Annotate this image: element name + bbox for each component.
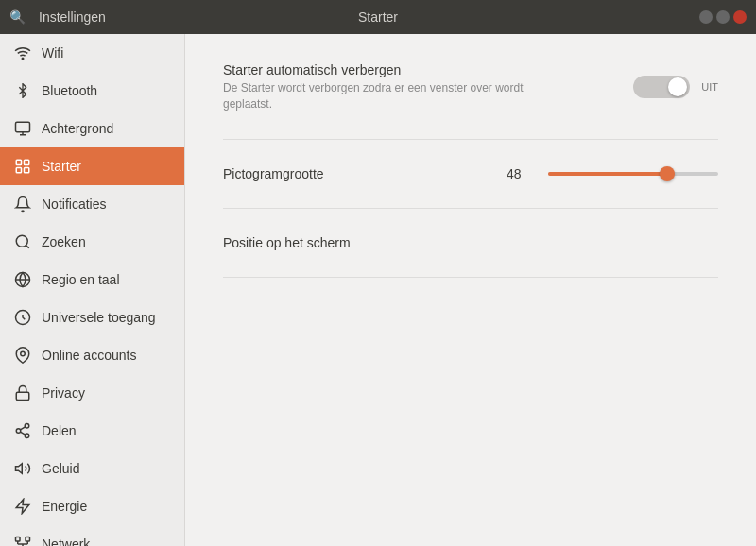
toggle-knob xyxy=(668,77,687,96)
sidebar-item-regio-label: Regio en taal xyxy=(42,272,171,287)
sidebar-item-accounts-label: Online accounts xyxy=(42,348,171,363)
sidebar-item-geluid-label: Geluid xyxy=(42,461,171,476)
sidebar-item-achtergrond-label: Achtergrond xyxy=(42,121,171,136)
icon-size-label: Pictogramgrootte xyxy=(223,166,507,181)
window-controls xyxy=(699,10,747,24)
sidebar-item-regio[interactable]: Regio en taal xyxy=(0,261,184,299)
svg-line-18 xyxy=(20,432,25,435)
auto-hide-control: UIT xyxy=(633,76,718,98)
svg-rect-14 xyxy=(16,392,29,400)
minimize-button[interactable] xyxy=(699,10,713,24)
auto-hide-label-group: Starter automatisch verbergen De Starter… xyxy=(223,62,633,112)
position-row: Positie op het scherm xyxy=(223,235,718,278)
achtergrond-icon xyxy=(13,119,32,138)
position-label: Positie op het scherm xyxy=(223,235,718,250)
sidebar-item-notificaties[interactable]: Notificaties xyxy=(0,185,184,223)
toggle-off-label: UIT xyxy=(701,81,718,93)
icon-size-control: 48 xyxy=(507,166,718,181)
sidebar-item-energie-label: Energie xyxy=(42,499,171,514)
svg-rect-21 xyxy=(16,537,21,542)
icon-size-row: Pictogramgrootte 48 xyxy=(223,166,718,209)
sidebar-item-toegang[interactable]: Universele toegang xyxy=(0,299,184,336)
svg-rect-22 xyxy=(26,537,30,542)
titlebar-left: 🔍 Instellingen xyxy=(9,9,106,25)
svg-rect-7 xyxy=(25,168,29,173)
titlebar: 🔍 Instellingen Starter xyxy=(0,0,756,34)
main-layout: Wifi Bluetooth Achtergrond xyxy=(0,34,756,546)
sidebar-item-zoeken-label: Zoeken xyxy=(42,234,171,249)
icon-size-value: 48 xyxy=(507,166,535,181)
close-button[interactable] xyxy=(733,10,747,24)
sidebar-item-toegang-label: Universele toegang xyxy=(42,310,171,325)
content-area: Starter automatisch verbergen De Starter… xyxy=(185,34,756,546)
sidebar-item-starter-label: Starter xyxy=(42,159,171,174)
sidebar-item-wifi-label: Wifi xyxy=(42,45,171,60)
delen-icon xyxy=(13,421,32,440)
sidebar-item-achtergrond[interactable]: Achtergrond xyxy=(0,110,184,147)
svg-marker-20 xyxy=(16,464,23,474)
sidebar-item-bluetooth-label: Bluetooth xyxy=(42,83,171,98)
svg-rect-5 xyxy=(25,160,29,164)
maximize-button[interactable] xyxy=(716,10,730,24)
slider-thumb[interactable] xyxy=(660,166,675,181)
svg-point-15 xyxy=(25,424,29,429)
wifi-icon xyxy=(13,43,32,62)
energie-icon xyxy=(13,497,32,516)
sidebar-item-energie[interactable]: Energie xyxy=(0,487,184,525)
sidebar-item-wifi[interactable]: Wifi xyxy=(0,34,184,72)
geluid-icon xyxy=(13,459,32,478)
window-title: Starter xyxy=(358,9,398,25)
slider-fill xyxy=(548,172,667,176)
bluetooth-icon xyxy=(13,81,32,100)
svg-rect-6 xyxy=(16,168,21,173)
svg-line-9 xyxy=(26,245,28,247)
regio-icon xyxy=(13,270,32,289)
sidebar-item-starter[interactable]: Starter xyxy=(0,147,184,185)
toegang-icon xyxy=(13,308,32,327)
sidebar-item-bluetooth[interactable]: Bluetooth xyxy=(0,72,184,110)
auto-hide-desc: De Starter wordt verborgen zodra er een … xyxy=(223,80,573,112)
accounts-icon xyxy=(13,346,32,365)
icon-size-label-group: Pictogramgrootte xyxy=(223,166,507,181)
svg-point-8 xyxy=(16,235,27,247)
svg-point-0 xyxy=(22,58,24,60)
sidebar-item-notificaties-label: Notificaties xyxy=(42,196,171,212)
svg-rect-1 xyxy=(16,122,30,132)
sidebar-item-zoeken[interactable]: Zoeken xyxy=(0,223,184,261)
netwerk-icon xyxy=(13,535,32,546)
svg-point-17 xyxy=(25,434,29,438)
svg-line-19 xyxy=(20,427,25,430)
sidebar-item-geluid[interactable]: Geluid xyxy=(0,450,184,487)
sidebar-item-delen[interactable]: Delen xyxy=(0,412,184,450)
slider-track xyxy=(548,172,718,176)
auto-hide-toggle[interactable] xyxy=(633,76,690,98)
starter-icon xyxy=(13,157,32,176)
notificaties-icon xyxy=(13,195,32,213)
sidebar-item-delen-label: Delen xyxy=(42,423,171,438)
toggle-wrapper: UIT xyxy=(633,76,718,98)
svg-point-16 xyxy=(16,429,21,434)
auto-hide-label: Starter automatisch verbergen xyxy=(223,62,633,77)
position-label-group: Positie op het scherm xyxy=(223,235,718,250)
sidebar: Wifi Bluetooth Achtergrond xyxy=(0,34,185,546)
zoeken-icon xyxy=(13,232,32,251)
app-title: Instellingen xyxy=(39,9,106,25)
privacy-icon xyxy=(13,384,32,402)
sidebar-item-privacy-label: Privacy xyxy=(42,385,171,401)
sidebar-item-privacy[interactable]: Privacy xyxy=(0,374,184,412)
svg-rect-4 xyxy=(16,160,21,164)
search-icon[interactable]: 🔍 xyxy=(9,9,26,25)
sidebar-item-netwerk[interactable]: Netwerk xyxy=(0,525,184,546)
svg-point-13 xyxy=(21,351,26,356)
sidebar-item-accounts[interactable]: Online accounts xyxy=(0,336,184,374)
sidebar-item-netwerk-label: Netwerk xyxy=(42,537,171,546)
auto-hide-row: Starter automatisch verbergen De Starter… xyxy=(223,62,718,140)
